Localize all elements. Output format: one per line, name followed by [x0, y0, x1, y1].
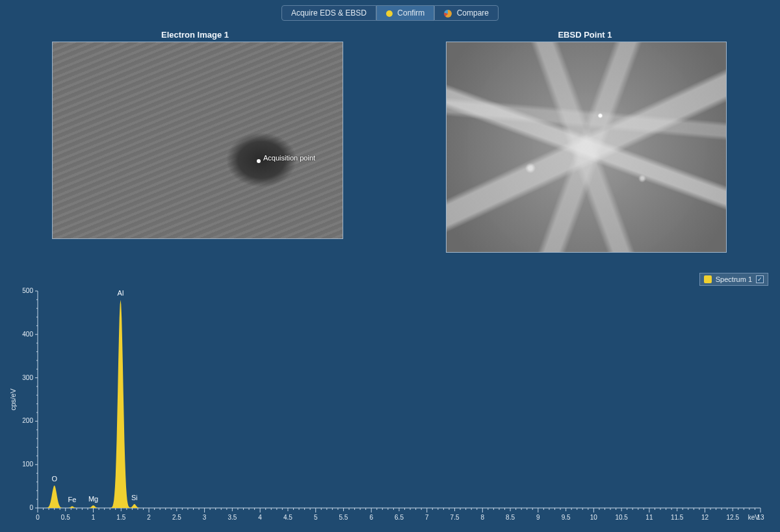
electron-image-view[interactable]: Acquisition point 25µm 1 /1 — [52, 42, 343, 239]
svg-text:4.5: 4.5 — [283, 514, 292, 521]
svg-text:3: 3 — [203, 514, 207, 521]
peak-label-mg: Mg — [88, 495, 98, 503]
svg-text:2.5: 2.5 — [172, 514, 181, 521]
svg-text:400: 400 — [22, 331, 33, 338]
peak-label-si: Si — [131, 494, 138, 501]
svg-text:11.5: 11.5 — [671, 514, 684, 521]
pie-chart-icon — [444, 10, 452, 18]
acquisition-point-label: Acquisition point — [263, 154, 315, 162]
svg-text:7: 7 — [425, 514, 429, 521]
svg-text:0: 0 — [36, 514, 40, 521]
ebsd-pattern-view[interactable] — [446, 42, 727, 253]
svg-text:2: 2 — [147, 514, 151, 521]
svg-text:9.5: 9.5 — [562, 514, 571, 521]
svg-text:8: 8 — [481, 514, 485, 521]
ebsd-title: EBSD Point 1 — [488, 30, 682, 40]
svg-text:1: 1 — [92, 514, 96, 521]
x-axis-label: keV — [748, 514, 760, 521]
svg-text:8.5: 8.5 — [506, 514, 515, 521]
mode-tabstrip: Acquire EDS & EBSD Confirm Compare — [0, 5, 780, 21]
peak-label-fe: Fe — [68, 496, 77, 503]
svg-text:0: 0 — [29, 504, 33, 511]
spectrum-series — [38, 299, 760, 508]
svg-text:10: 10 — [590, 514, 598, 521]
svg-text:6.5: 6.5 — [395, 514, 404, 521]
tab-compare[interactable]: Compare — [434, 5, 499, 21]
svg-text:300: 300 — [22, 374, 33, 381]
svg-text:12: 12 — [701, 514, 709, 521]
legend-swatch-icon — [704, 275, 712, 283]
peak-label-al: Al — [118, 289, 124, 297]
legend-visibility-checkbox[interactable]: ✓ — [756, 275, 764, 283]
svg-text:500: 500 — [22, 287, 33, 294]
spectrum-dot-icon — [386, 10, 393, 17]
svg-text:10.5: 10.5 — [615, 514, 628, 521]
tab-acquire-label: Acquire EDS & EBSD — [291, 8, 367, 18]
tab-confirm[interactable]: Confirm — [376, 5, 434, 21]
svg-text:1.5: 1.5 — [116, 514, 125, 521]
svg-text:3.5: 3.5 — [228, 514, 237, 521]
peak-label-o: O — [51, 475, 57, 483]
tab-compare-label: Compare — [457, 8, 489, 18]
svg-text:0.5: 0.5 — [61, 514, 70, 521]
svg-text:5: 5 — [314, 514, 318, 521]
spectrum-legend: Spectrum 1 ✓ — [699, 273, 768, 286]
tab-confirm-label: Confirm — [397, 8, 424, 18]
tab-acquire[interactable]: Acquire EDS & EBSD — [281, 5, 376, 21]
eds-spectrum-chart[interactable]: 010020030040050000.511.522.533.544.555.5… — [6, 286, 774, 526]
svg-text:5.5: 5.5 — [339, 514, 348, 521]
svg-text:6: 6 — [369, 514, 373, 521]
svg-text:7.5: 7.5 — [450, 514, 460, 521]
legend-label: Spectrum 1 — [716, 275, 752, 283]
acquisition-point-marker[interactable] — [257, 159, 261, 163]
svg-text:200: 200 — [22, 417, 33, 424]
svg-text:12.5: 12.5 — [726, 514, 739, 521]
electron-image-title: Electron Image 1 — [98, 30, 292, 40]
svg-text:9: 9 — [536, 514, 540, 521]
svg-text:100: 100 — [22, 461, 33, 468]
svg-text:4: 4 — [258, 514, 262, 521]
svg-text:11: 11 — [645, 514, 653, 521]
y-axis-label: cps/eV — [9, 388, 17, 411]
